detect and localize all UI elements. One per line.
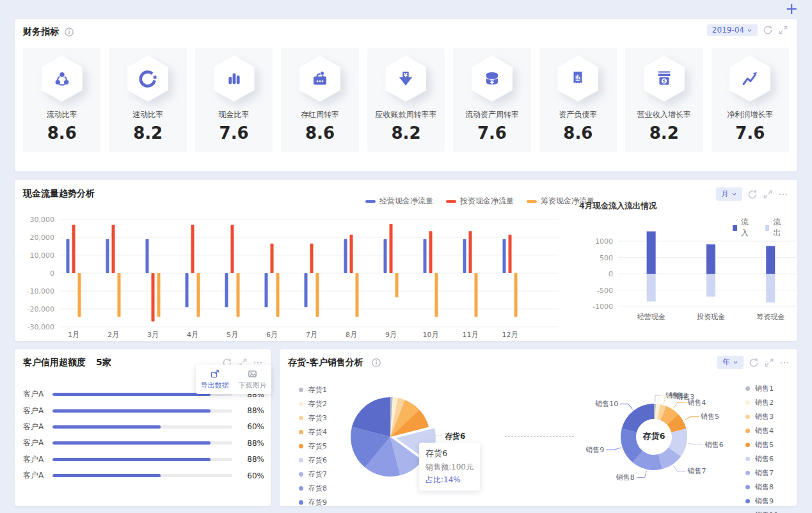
legend-dot: [299, 402, 303, 406]
indicator-card[interactable]: 速动比率 8.2: [109, 48, 186, 152]
svg-text:$: $: [662, 79, 665, 84]
svg-text:2月: 2月: [107, 331, 119, 339]
indicator-value: 7.6: [195, 123, 273, 143]
customer-label: 客户A: [23, 389, 47, 400]
inout-bar-chart[interactable]: 10005000-500-1000经营现金投资现金筹资现金: [583, 225, 804, 327]
legend-dot: [299, 388, 303, 392]
legend-label: 销售8: [755, 482, 774, 492]
legend-dot: [745, 499, 750, 503]
credit-bar-track[interactable]: [52, 425, 232, 429]
indicator-card[interactable]: 净利润增长率 7.6: [712, 48, 789, 152]
period-dropdown-month[interactable]: 月: [716, 187, 742, 201]
refresh-icon[interactable]: [749, 358, 759, 368]
legend-label: 销售1: [755, 384, 774, 393]
legend-dot: [745, 457, 750, 461]
credit-bar-track[interactable]: [52, 474, 232, 477]
indicator-card[interactable]: 流动比率 8.6: [23, 48, 100, 152]
panel-inventory-sales: 存货-客户销售分析 年 存货1存货2存货3存货4存货5存货6存货7存货8存货9存…: [280, 349, 797, 506]
legend-item[interactable]: 投资现金净流量: [446, 196, 514, 207]
legend-item[interactable]: 销售5: [745, 440, 778, 450]
customer-label: 客户A: [23, 470, 47, 481]
svg-text:11月: 11月: [463, 331, 479, 339]
customer-label: 客户A: [23, 454, 47, 465]
customer-label: 客户A: [23, 438, 47, 448]
svg-text:经营现金: 经营现金: [637, 313, 665, 321]
legend-item[interactable]: 存货4: [299, 427, 331, 437]
expand-icon[interactable]: [763, 189, 773, 200]
cash-box-icon: [299, 56, 341, 102]
credit-bar-track[interactable]: [52, 458, 232, 461]
legend-item[interactable]: 存货7: [299, 470, 331, 479]
indicator-card[interactable]: $ 营业收入增长率 8.2: [625, 48, 703, 152]
credit-percent: 60%: [241, 422, 264, 431]
indicator-value: 8.6: [539, 123, 617, 143]
legend-item[interactable]: 销售1: [745, 384, 778, 393]
legend-label: 销售9: [755, 496, 774, 506]
indicator-label: 速动比率: [109, 109, 186, 120]
legend-item[interactable]: 销售8: [745, 482, 778, 492]
credit-row: 客户A 88%: [23, 452, 264, 468]
legend-label: 销售4: [755, 426, 774, 436]
legend-item[interactable]: 销售2: [745, 398, 778, 407]
more-icon[interactable]: [778, 189, 788, 200]
legend-label: 存货7: [308, 470, 327, 479]
legend-item[interactable]: 销售10: [745, 510, 778, 513]
more-icon[interactable]: [779, 358, 790, 368]
legend-item[interactable]: 销售4: [745, 426, 778, 436]
svg-text:-30,000: -30,000: [28, 323, 54, 331]
legend-label: 存货6: [308, 455, 327, 465]
refresh-icon[interactable]: [763, 25, 773, 35]
refresh-icon[interactable]: [747, 189, 758, 200]
period-dropdown[interactable]: 2019-04: [707, 24, 758, 36]
cashflow-bar-chart[interactable]: 30,00020,00010,0000-10,000-20,000-30,000…: [22, 212, 566, 340]
indicator-card[interactable]: 存红周转率 8.6: [281, 48, 358, 152]
add-widget-button[interactable]: +: [785, 1, 798, 17]
credit-bar-track[interactable]: [52, 409, 232, 413]
legend-item[interactable]: 存货1: [299, 385, 331, 395]
yuan-down-icon: ¥: [385, 56, 427, 102]
legend-item[interactable]: 存货8: [299, 484, 331, 493]
legend-item[interactable]: 存货9: [299, 498, 331, 507]
legend-label: 存货4: [308, 427, 327, 437]
credit-percent: 88%: [241, 439, 264, 448]
credit-row: 客户A 88%: [23, 402, 264, 418]
credit-bar-fill: [52, 474, 161, 477]
legend-item[interactable]: 存货2: [299, 399, 331, 409]
legend-label: 销售2: [755, 398, 774, 407]
legend-item[interactable]: 经营现金净流量: [365, 196, 433, 207]
legend-dot: [745, 471, 750, 475]
info-icon[interactable]: [64, 27, 74, 37]
share-nodes-icon: [41, 56, 83, 102]
credit-bar-fill: [52, 458, 211, 461]
svg-text:9月: 9月: [385, 331, 397, 339]
indicator-card[interactable]: ¥ 应收账款周转率率 8.2: [367, 48, 445, 152]
indicator-card[interactable]: 现金比率 7.6: [195, 48, 273, 152]
legend-item[interactable]: 销售3: [745, 412, 778, 422]
legend-item[interactable]: 销售6: [745, 454, 778, 464]
sales-donut-legend: 销售1销售2销售3销售4销售5销售6销售7销售8销售9销售10: [745, 384, 778, 513]
legend-label: 存货2: [308, 399, 327, 409]
credit-bar-list: 客户A 88%客户A 88%客户A 60%客户A 88%客户A 88%客户A 6…: [23, 386, 264, 484]
download-image-menu-item[interactable]: 下载图片: [239, 369, 267, 390]
legend-swatch: [365, 200, 376, 203]
donut-center-label: 存货6: [603, 430, 705, 442]
expand-icon[interactable]: [778, 25, 788, 35]
credit-bar-fill: [52, 393, 211, 396]
indicator-card[interactable]: 资产负债率 8.6: [539, 48, 617, 152]
legend-item[interactable]: 销售9: [745, 496, 778, 506]
svg-text:¥: ¥: [404, 72, 408, 79]
export-data-menu-item[interactable]: 导出数据: [201, 369, 229, 390]
info-icon[interactable]: [371, 358, 381, 368]
legend-item[interactable]: 存货3: [299, 413, 331, 423]
legend-item[interactable]: 销售7: [745, 468, 778, 478]
svg-text:-1000: -1000: [593, 303, 613, 311]
indicator-card[interactable]: ¥ 流动资产周转率 7.6: [453, 48, 530, 152]
legend-item[interactable]: 存货6: [299, 455, 331, 465]
legend-label: 经营现金净流量: [379, 196, 433, 207]
legend-item[interactable]: 存货5: [299, 441, 331, 451]
expand-icon[interactable]: [764, 358, 774, 368]
credit-bar-fill: [52, 409, 211, 413]
legend-swatch: [527, 200, 537, 203]
credit-bar-track[interactable]: [52, 441, 232, 445]
legend-dot: [299, 458, 303, 462]
